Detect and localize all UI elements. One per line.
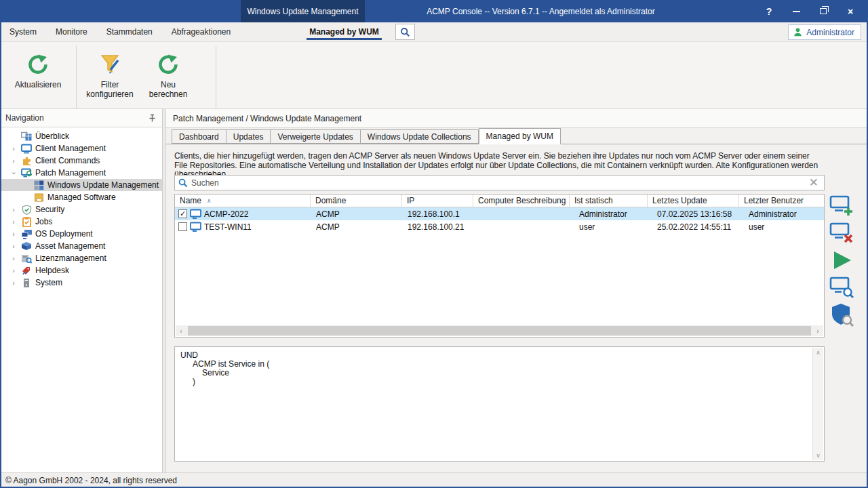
nav-item-windows-update-management[interactable]: Windows Update Management	[0, 179, 162, 191]
nav-label: Überblick	[35, 131, 69, 141]
sort-ascending-icon: ∧	[207, 197, 212, 204]
filter-label-line2: konfigurieren	[86, 89, 133, 99]
cell-static: user	[570, 222, 648, 232]
restore-icon	[820, 8, 827, 14]
shield-check-icon	[20, 204, 33, 215]
chevron-right-icon[interactable]: ›	[9, 144, 18, 152]
nav-item-asset-management[interactable]: › Asset Management	[0, 240, 162, 252]
add-client-button[interactable]	[829, 194, 856, 218]
filter-line: )	[180, 378, 808, 386]
column-header-beschreibung[interactable]: Computer Beschreibung	[473, 195, 570, 207]
search-client-button[interactable]	[829, 275, 856, 300]
main-content: Patch Management / Windows Update Manage…	[166, 109, 868, 472]
navigation-tree: Überblick › Client Management › Client C…	[0, 127, 162, 289]
asset-box-icon	[20, 241, 33, 251]
menu-abfrageaktionen[interactable]: Abfrageaktionen	[162, 22, 240, 41]
nav-item-security[interactable]: › Security	[0, 203, 162, 216]
nav-label: Jobs	[35, 217, 52, 226]
chevron-right-icon[interactable]: ›	[9, 266, 18, 274]
menubar: System Monitore Stammdaten Abfrageaktion…	[0, 22, 868, 42]
tab-managed-by-wum[interactable]: Managed by WUM	[479, 128, 561, 144]
search-input[interactable]	[191, 178, 806, 188]
filter-expression: UND ACMP ist Service in ( Service )	[180, 351, 808, 386]
tab-dashboard[interactable]: Dashboard	[172, 129, 226, 144]
restore-button[interactable]	[810, 0, 837, 22]
filter-expression-panel[interactable]: UND ACMP ist Service in ( Service ) ∧ ∨	[174, 346, 825, 462]
chevron-right-icon[interactable]: ›	[9, 230, 18, 238]
scroll-down-icon[interactable]: ∨	[816, 452, 821, 459]
chevron-right-icon[interactable]: ›	[9, 205, 18, 214]
nav-item-client-management[interactable]: › Client Management	[0, 142, 162, 155]
menu-monitore[interactable]: Monitore	[46, 22, 97, 41]
neu-label-line1: Neu	[161, 80, 176, 89]
nav-item-client-commands[interactable]: › Client Commands	[0, 155, 162, 167]
nav-label: OS Deployment	[35, 229, 93, 239]
monitor-refresh-icon	[20, 167, 33, 178]
navigation-title: Navigation	[5, 113, 44, 123]
remove-client-button[interactable]	[829, 221, 856, 245]
column-header-ist-statisch[interactable]: Ist statisch	[570, 195, 648, 207]
nav-label: Security	[35, 205, 64, 214]
tab-updates[interactable]: Updates	[226, 129, 271, 144]
menu-stammdaten[interactable]: Stammdaten	[97, 22, 162, 41]
filter-label-line1: Filter	[101, 80, 119, 89]
tabstrip: Dashboard Updates Verweigerte Updates Wi…	[166, 128, 868, 144]
nav-item-managed-software[interactable]: Managed Software	[0, 191, 162, 203]
row-checkbox-checked[interactable]: ✓	[178, 209, 187, 218]
menu-managed-by-wum[interactable]: Managed by WUM	[300, 22, 389, 41]
vertical-scrollbar[interactable]: ∧ ∨	[812, 348, 823, 460]
minimize-button[interactable]	[783, 0, 810, 22]
refresh-icon	[26, 50, 50, 80]
table-row[interactable]: TEST-WIN11 ACMP 192.168.100.21 user 25.0…	[175, 220, 824, 233]
shield-scan-button[interactable]	[829, 302, 856, 327]
pin-icon[interactable]	[148, 114, 157, 123]
nav-label: Lizenzmanagement	[35, 253, 106, 263]
column-header-letztes-update[interactable]: Letztes Update	[648, 195, 739, 207]
clipboard-icon	[20, 216, 33, 227]
chevron-right-icon[interactable]: ›	[9, 157, 18, 165]
tab-windows-update-collections[interactable]: Windows Update Collections	[361, 129, 479, 144]
license-search-icon	[20, 253, 33, 264]
search-client-icon	[829, 276, 855, 299]
titlebar-active-tab[interactable]: Windows Update Management	[241, 0, 365, 22]
row-checkbox-unchecked[interactable]	[178, 222, 187, 231]
os-deployment-icon	[20, 228, 33, 239]
nav-label: System	[35, 278, 62, 287]
current-user-button[interactable]: Administrator	[788, 24, 861, 40]
scroll-up-icon[interactable]: ∧	[816, 349, 821, 356]
nav-item-system[interactable]: › System	[0, 277, 162, 289]
close-button[interactable]: ×	[837, 0, 864, 22]
chevron-down-icon[interactable]: ›	[10, 169, 18, 178]
nav-item-patch-management[interactable]: › Patch Management	[0, 167, 162, 179]
run-button[interactable]	[829, 248, 856, 272]
global-search-button[interactable]	[395, 24, 415, 40]
column-header-ip[interactable]: IP	[402, 195, 473, 207]
nav-item-helpdesk[interactable]: › Helpdesk	[0, 264, 162, 277]
chevron-right-icon[interactable]: ›	[9, 218, 18, 226]
navigation-panel: Navigation Überblick › Client Management…	[0, 109, 163, 472]
nav-item-ueberblick[interactable]: Überblick	[0, 130, 162, 142]
column-header-domaene[interactable]: Domäne	[311, 195, 402, 207]
horizontal-scrollbar[interactable]: ‹ ›	[176, 325, 823, 336]
nav-label: Helpdesk	[35, 266, 69, 275]
side-toolbar	[829, 194, 863, 327]
nav-item-os-deployment[interactable]: › OS Deployment	[0, 228, 162, 240]
chevron-right-icon[interactable]: ›	[9, 279, 18, 287]
nav-item-jobs[interactable]: › Jobs	[0, 216, 162, 228]
chevron-right-icon[interactable]: ›	[9, 254, 18, 262]
scroll-right-icon[interactable]: ›	[812, 327, 823, 335]
menu-system[interactable]: System	[0, 22, 46, 41]
column-header-letzter-benutzer[interactable]: Letzter Benutzer	[739, 195, 824, 207]
scroll-left-icon[interactable]: ‹	[176, 327, 186, 335]
table-row[interactable]: ✓ ACMP-2022 ACMP 192.168.100.1 Administr…	[175, 207, 824, 220]
nav-item-lizenzmanagement[interactable]: › Lizenzmanagement	[0, 252, 162, 264]
tab-verweigerte-updates[interactable]: Verweigerte Updates	[271, 129, 360, 144]
chevron-right-icon[interactable]: ›	[9, 242, 18, 250]
column-header-name[interactable]: Name∧	[175, 195, 311, 207]
help-button[interactable]: ?	[755, 0, 783, 22]
clear-search-icon[interactable]: ✕	[806, 177, 821, 188]
filter-edit-icon	[98, 50, 121, 80]
ribbon: Aktualisieren Filter konfigurieren Neu b…	[0, 42, 868, 109]
scrollbar-thumb[interactable]	[188, 326, 811, 336]
windows-update-icon	[33, 180, 45, 190]
